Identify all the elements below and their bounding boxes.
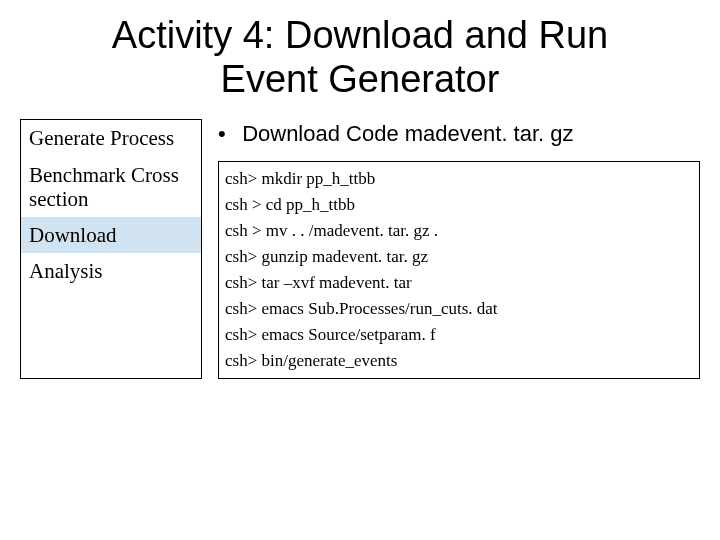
terminal-box: csh> mkdir pp_h_ttbb csh > cd pp_h_ttbb …	[218, 161, 700, 379]
terminal-line: csh> tar –xvf madevent. tar	[225, 270, 693, 296]
step-benchmark: Benchmark Cross section	[21, 157, 201, 217]
bullet-dot-icon: •	[218, 121, 236, 147]
terminal-line: csh> emacs Sub.Processes/run_cuts. dat	[225, 296, 693, 322]
terminal-line: csh> emacs Source/setparam. f	[225, 322, 693, 348]
step-analysis: Analysis	[21, 253, 201, 289]
page-title: Activity 4: Download and Run Event Gener…	[60, 14, 660, 101]
slide: Activity 4: Download and Run Event Gener…	[0, 14, 720, 540]
terminal-line: csh > cd pp_h_ttbb	[225, 192, 693, 218]
step-list: Generate Process Benchmark Cross section…	[20, 119, 202, 379]
terminal-line: csh> bin/generate_events	[225, 348, 693, 374]
step-generate: Generate Process	[21, 120, 201, 156]
main-content: • Download Code madevent. tar. gz csh> m…	[218, 119, 700, 379]
terminal-line: csh > mv . . /madevent. tar. gz .	[225, 218, 693, 244]
bullet-text: Download Code madevent. tar. gz	[242, 121, 573, 146]
terminal-line: csh> gunzip madevent. tar. gz	[225, 244, 693, 270]
bullet-download-code: • Download Code madevent. tar. gz	[218, 121, 700, 147]
step-download: Download	[21, 217, 201, 253]
terminal-line: csh> mkdir pp_h_ttbb	[225, 166, 693, 192]
slide-body: Generate Process Benchmark Cross section…	[0, 119, 720, 379]
